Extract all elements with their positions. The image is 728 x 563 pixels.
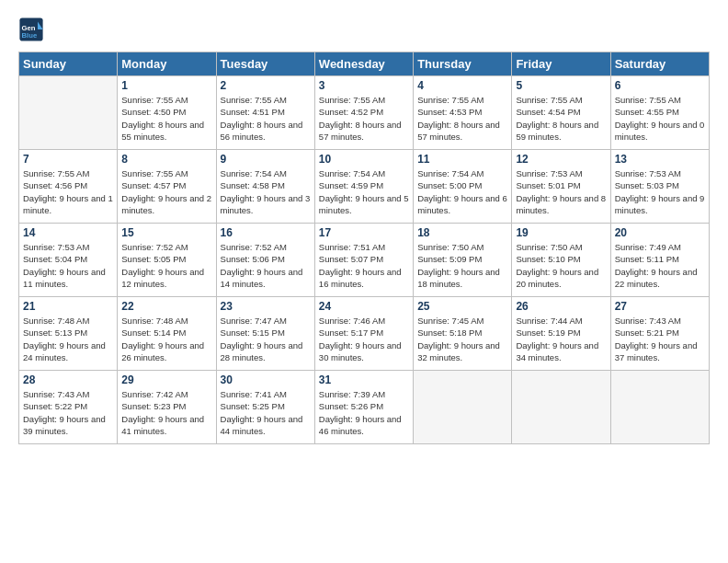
day-info: Sunrise: 7:48 AMSunset: 5:13 PMDaylight:… — [23, 315, 113, 363]
day-number: 25 — [417, 300, 507, 313]
day-info: Sunrise: 7:47 AMSunset: 5:15 PMDaylight:… — [221, 315, 311, 363]
day-number: 31 — [319, 373, 409, 386]
calendar-cell: 11Sunrise: 7:54 AMSunset: 5:00 PMDayligh… — [414, 150, 512, 224]
calendar-cell: 15Sunrise: 7:52 AMSunset: 5:05 PMDayligh… — [118, 224, 216, 297]
day-header-monday: Monday — [118, 52, 216, 76]
day-info: Sunrise: 7:53 AMSunset: 5:01 PMDaylight:… — [516, 167, 606, 216]
calendar-cell: 23Sunrise: 7:47 AMSunset: 5:15 PMDayligh… — [216, 297, 314, 371]
day-info: Sunrise: 7:55 AMSunset: 4:57 PMDaylight:… — [121, 167, 211, 216]
day-header-saturday: Saturday — [610, 52, 709, 76]
calendar-cell: 31Sunrise: 7:39 AMSunset: 5:26 PMDayligh… — [314, 371, 413, 444]
day-info: Sunrise: 7:55 AMSunset: 4:54 PMDaylight:… — [516, 94, 606, 143]
day-number: 28 — [23, 373, 113, 386]
day-number: 29 — [121, 373, 211, 386]
calendar-cell: 19Sunrise: 7:50 AMSunset: 5:10 PMDayligh… — [512, 224, 610, 297]
day-number: 12 — [516, 153, 606, 166]
calendar-cell: 24Sunrise: 7:46 AMSunset: 5:17 PMDayligh… — [314, 297, 413, 371]
calendar-cell — [19, 76, 118, 150]
day-number: 17 — [319, 226, 409, 239]
day-info: Sunrise: 7:55 AMSunset: 4:55 PMDaylight:… — [615, 94, 705, 143]
calendar-cell: 7Sunrise: 7:55 AMSunset: 4:56 PMDaylight… — [19, 150, 118, 224]
calendar-cell: 2Sunrise: 7:55 AMSunset: 4:51 PMDaylight… — [216, 76, 314, 150]
day-header-wednesday: Wednesday — [314, 52, 413, 76]
day-number: 9 — [221, 153, 311, 166]
day-header-tuesday: Tuesday — [216, 52, 314, 76]
calendar-cell — [610, 371, 709, 444]
day-number: 1 — [121, 79, 211, 92]
day-info: Sunrise: 7:48 AMSunset: 5:14 PMDaylight:… — [121, 315, 211, 363]
calendar-cell: 14Sunrise: 7:53 AMSunset: 5:04 PMDayligh… — [19, 224, 118, 297]
day-info: Sunrise: 7:39 AMSunset: 5:26 PMDaylight:… — [319, 388, 409, 437]
calendar-cell: 29Sunrise: 7:42 AMSunset: 5:23 PMDayligh… — [118, 371, 216, 444]
calendar-cell: 27Sunrise: 7:43 AMSunset: 5:21 PMDayligh… — [610, 297, 709, 371]
day-info: Sunrise: 7:54 AMSunset: 4:59 PMDaylight:… — [319, 167, 409, 216]
day-info: Sunrise: 7:54 AMSunset: 5:00 PMDaylight:… — [417, 167, 507, 216]
calendar-cell: 22Sunrise: 7:48 AMSunset: 5:14 PMDayligh… — [118, 297, 216, 371]
day-info: Sunrise: 7:43 AMSunset: 5:21 PMDaylight:… — [615, 315, 705, 363]
day-info: Sunrise: 7:53 AMSunset: 5:04 PMDaylight:… — [23, 241, 113, 290]
day-number: 18 — [417, 226, 507, 239]
calendar-cell: 30Sunrise: 7:41 AMSunset: 5:25 PMDayligh… — [216, 371, 314, 444]
calendar-cell: 20Sunrise: 7:49 AMSunset: 5:11 PMDayligh… — [610, 224, 709, 297]
day-number: 10 — [319, 153, 409, 166]
calendar-cell: 17Sunrise: 7:51 AMSunset: 5:07 PMDayligh… — [314, 224, 413, 297]
week-row-2: 7Sunrise: 7:55 AMSunset: 4:56 PMDaylight… — [19, 150, 710, 224]
day-info: Sunrise: 7:51 AMSunset: 5:07 PMDaylight:… — [319, 241, 409, 290]
day-info: Sunrise: 7:41 AMSunset: 5:25 PMDaylight:… — [221, 388, 311, 437]
header: Gen Blue — [18, 17, 710, 42]
calendar-cell: 12Sunrise: 7:53 AMSunset: 5:01 PMDayligh… — [512, 150, 610, 224]
day-number: 26 — [516, 300, 606, 313]
week-row-4: 21Sunrise: 7:48 AMSunset: 5:13 PMDayligh… — [19, 297, 710, 371]
svg-text:Blue: Blue — [22, 31, 38, 40]
week-row-5: 28Sunrise: 7:43 AMSunset: 5:22 PMDayligh… — [19, 371, 710, 444]
logo: Gen Blue — [18, 17, 48, 42]
day-number: 5 — [516, 79, 606, 92]
day-info: Sunrise: 7:52 AMSunset: 5:06 PMDaylight:… — [221, 241, 311, 290]
day-number: 7 — [23, 153, 113, 166]
calendar-cell: 18Sunrise: 7:50 AMSunset: 5:09 PMDayligh… — [414, 224, 512, 297]
day-number: 22 — [121, 300, 211, 313]
day-info: Sunrise: 7:52 AMSunset: 5:05 PMDaylight:… — [121, 241, 211, 290]
calendar-cell: 28Sunrise: 7:43 AMSunset: 5:22 PMDayligh… — [19, 371, 118, 444]
logo-icon: Gen Blue — [18, 17, 44, 42]
day-number: 3 — [319, 79, 409, 92]
day-number: 15 — [121, 226, 211, 239]
day-info: Sunrise: 7:53 AMSunset: 5:03 PMDaylight:… — [615, 167, 705, 216]
day-info: Sunrise: 7:49 AMSunset: 5:11 PMDaylight:… — [615, 241, 705, 290]
day-number: 14 — [23, 226, 113, 239]
day-info: Sunrise: 7:55 AMSunset: 4:53 PMDaylight:… — [417, 94, 507, 143]
day-number: 23 — [221, 300, 311, 313]
calendar-cell: 16Sunrise: 7:52 AMSunset: 5:06 PMDayligh… — [216, 224, 314, 297]
day-header-friday: Friday — [512, 52, 610, 76]
day-info: Sunrise: 7:55 AMSunset: 4:52 PMDaylight:… — [319, 94, 409, 143]
day-info: Sunrise: 7:46 AMSunset: 5:17 PMDaylight:… — [319, 315, 409, 363]
calendar-cell: 6Sunrise: 7:55 AMSunset: 4:55 PMDaylight… — [610, 76, 709, 150]
day-number: 24 — [319, 300, 409, 313]
day-header-thursday: Thursday — [414, 52, 512, 76]
calendar-cell: 4Sunrise: 7:55 AMSunset: 4:53 PMDaylight… — [414, 76, 512, 150]
calendar-cell: 9Sunrise: 7:54 AMSunset: 4:58 PMDaylight… — [216, 150, 314, 224]
day-info: Sunrise: 7:55 AMSunset: 4:50 PMDaylight:… — [121, 94, 211, 143]
day-number: 20 — [615, 226, 705, 239]
day-info: Sunrise: 7:43 AMSunset: 5:22 PMDaylight:… — [23, 388, 113, 437]
week-row-1: 1Sunrise: 7:55 AMSunset: 4:50 PMDaylight… — [19, 76, 710, 150]
calendar-cell: 8Sunrise: 7:55 AMSunset: 4:57 PMDaylight… — [118, 150, 216, 224]
day-number: 19 — [516, 226, 606, 239]
day-info: Sunrise: 7:55 AMSunset: 4:56 PMDaylight:… — [23, 167, 113, 216]
calendar-cell: 10Sunrise: 7:54 AMSunset: 4:59 PMDayligh… — [314, 150, 413, 224]
calendar-cell: 13Sunrise: 7:53 AMSunset: 5:03 PMDayligh… — [610, 150, 709, 224]
day-number: 8 — [121, 153, 211, 166]
day-header-sunday: Sunday — [19, 52, 118, 76]
calendar-cell: 5Sunrise: 7:55 AMSunset: 4:54 PMDaylight… — [512, 76, 610, 150]
day-number: 4 — [417, 79, 507, 92]
day-info: Sunrise: 7:55 AMSunset: 4:51 PMDaylight:… — [221, 94, 311, 143]
calendar-cell: 3Sunrise: 7:55 AMSunset: 4:52 PMDaylight… — [314, 76, 413, 150]
day-number: 16 — [221, 226, 311, 239]
calendar-cell — [414, 371, 512, 444]
day-number: 30 — [221, 373, 311, 386]
page-container: Gen Blue SundayMondayTuesdayWednesdayThu… — [0, 0, 728, 454]
calendar-cell: 21Sunrise: 7:48 AMSunset: 5:13 PMDayligh… — [19, 297, 118, 371]
day-number: 6 — [615, 79, 705, 92]
day-number: 21 — [23, 300, 113, 313]
day-info: Sunrise: 7:45 AMSunset: 5:18 PMDaylight:… — [417, 315, 507, 363]
